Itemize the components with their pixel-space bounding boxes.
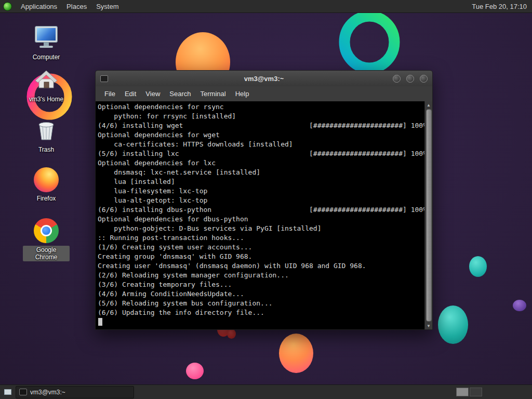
desktop-icon-chrome[interactable]: Google Chrome — [23, 218, 70, 261]
icon-label: vm3's Home — [29, 96, 63, 103]
taskbar-item-label: vm3@vm3:~ — [30, 389, 65, 396]
scrollbar-thumb[interactable] — [426, 109, 432, 322]
icon-label: Trash — [38, 146, 54, 153]
workspace-2[interactable] — [470, 388, 482, 396]
desktop: Applications Places System Tue Feb 20, 1… — [0, 0, 532, 399]
menu-edit[interactable]: Edit — [120, 87, 141, 100]
distro-menu-icon[interactable] — [3, 2, 12, 11]
trash-icon — [34, 118, 59, 143]
menu-file[interactable]: File — [100, 87, 120, 100]
minimize-button[interactable] — [393, 75, 401, 83]
chrome-icon — [34, 218, 59, 243]
terminal-body: Optional dependencies for rsync python: … — [96, 101, 432, 329]
icon-label: Computer — [33, 54, 60, 61]
desktop-icon-computer[interactable]: Computer — [23, 26, 70, 61]
terminal-cursor — [98, 318, 102, 326]
terminal-icon — [19, 389, 27, 395]
menu-search[interactable]: Search — [165, 87, 195, 100]
terminal-menubar: File Edit View Search Terminal Help — [96, 86, 432, 101]
terminal-screen[interactable]: Optional dependencies for rsync python: … — [96, 101, 424, 329]
icon-label: Firefox — [37, 195, 56, 202]
menu-terminal[interactable]: Terminal — [196, 87, 231, 100]
desktop-icon-firefox[interactable]: Firefox — [23, 167, 70, 202]
computer-icon — [34, 26, 59, 51]
home-icon — [34, 68, 59, 93]
close-button[interactable] — [420, 75, 428, 83]
decor-blob-orange-bottom — [279, 334, 313, 373]
menu-applications[interactable]: Applications — [16, 0, 62, 12]
terminal-scrollbar[interactable]: ▲ ▼ — [424, 101, 432, 329]
workspace-switcher — [456, 388, 482, 396]
desktop-icon-trash[interactable]: Trash — [23, 118, 70, 153]
workspace-1[interactable] — [456, 388, 469, 396]
scrollbar-down-icon[interactable]: ▼ — [425, 322, 432, 329]
show-desktop-button[interactable] — [2, 386, 14, 398]
terminal-window: vm3@vm3:~ File Edit View Search Terminal… — [95, 70, 433, 330]
terminal-output: Optional dependencies for rsync python: … — [98, 102, 424, 317]
desktop-icon-home[interactable]: vm3's Home — [23, 68, 70, 103]
clock[interactable]: Tue Feb 20, 17:10 — [472, 3, 532, 10]
top-panel: Applications Places System Tue Feb 20, 1… — [0, 0, 532, 13]
decor-blob-teal-large — [438, 305, 468, 344]
window-controls — [393, 75, 428, 83]
scrollbar-up-icon[interactable]: ▲ — [425, 101, 432, 109]
decor-blob-red-2 — [227, 329, 236, 339]
maximize-button[interactable] — [406, 75, 414, 83]
decor-blob-teal-small — [469, 256, 487, 277]
decor-blob-purple — [513, 300, 526, 311]
firefox-icon — [34, 167, 59, 192]
bottom-panel: vm3@vm3:~ — [0, 384, 532, 399]
window-menu-icon[interactable] — [100, 75, 108, 82]
menu-view[interactable]: View — [141, 87, 165, 100]
menu-places[interactable]: Places — [62, 0, 91, 12]
menu-system[interactable]: System — [91, 0, 123, 12]
show-desktop-icon — [4, 389, 11, 395]
window-titlebar[interactable]: vm3@vm3:~ — [96, 71, 432, 86]
decor-ring-green — [337, 11, 404, 74]
window-title: vm3@vm3:~ — [96, 75, 432, 83]
icon-label: Google Chrome — [23, 246, 70, 261]
taskbar-item-terminal[interactable]: vm3@vm3:~ — [16, 386, 134, 398]
decor-blob-pink-small — [186, 363, 204, 379]
menu-help[interactable]: Help — [231, 87, 254, 100]
